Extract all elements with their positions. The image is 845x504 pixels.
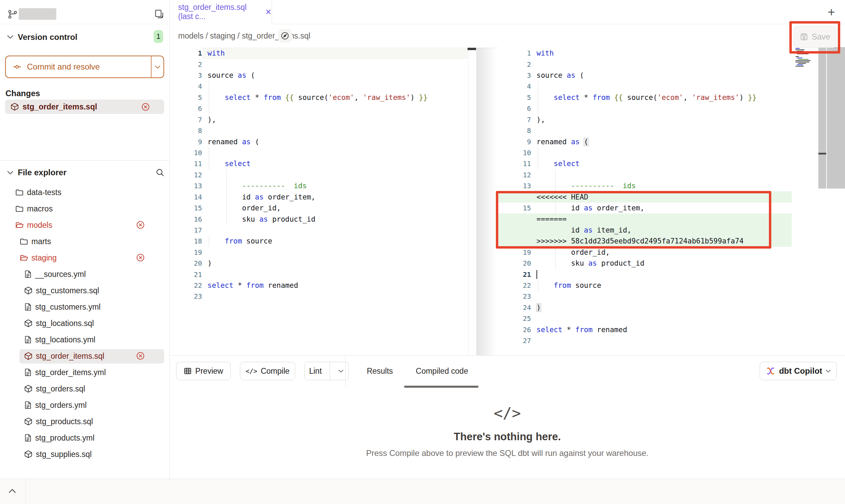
tree-item-stg-customers-yml[interactable]: stg_customers.yml [24, 299, 101, 314]
code-line[interactable]: 27 [498, 335, 845, 346]
tree-item-stg-locations-yml[interactable]: stg_locations.yml [24, 332, 95, 347]
tab-results[interactable]: Results [363, 362, 397, 380]
code-line[interactable]: 13 ---------- ids [170, 180, 477, 191]
code-line[interactable]: 3source as ( [498, 70, 845, 81]
file-explorer-title[interactable]: File explorer [18, 168, 67, 177]
code-line[interactable]: 4 [170, 81, 477, 92]
copy-files-icon[interactable] [154, 9, 164, 19]
chevron-down-icon[interactable] [7, 35, 14, 39]
code-line[interactable]: 1with [170, 48, 477, 59]
status-bar: dbt build --select <model_name> ✓ Defer … [0, 479, 845, 504]
code-line[interactable]: 21 [498, 269, 845, 280]
tree-item-label: __sources.yml [35, 270, 86, 279]
tree-item-models[interactable]: models [15, 218, 52, 233]
tree-item-stg-order-items-yml[interactable]: stg_order_items.yml [24, 365, 106, 380]
code-line[interactable]: 2 [498, 59, 845, 70]
tab-close-icon[interactable]: ✕ [265, 8, 272, 17]
code-line[interactable]: 2 [170, 59, 477, 70]
lint-button[interactable]: Lint [304, 362, 349, 380]
discard-change-icon[interactable] [141, 102, 150, 112]
left-pane-scrollbar-thumb[interactable] [468, 48, 476, 50]
code-editor-original[interactable]: 1with23source as (45 select * from {{ so… [170, 48, 477, 355]
tree-item-label: stg_customers.yml [35, 302, 101, 312]
code-line[interactable]: 11 select [498, 158, 845, 169]
code-line[interactable]: 9renamed as ( [498, 136, 845, 147]
code-line[interactable]: 10 [498, 147, 845, 158]
code-line[interactable]: 8 [498, 125, 845, 136]
code-line[interactable]: 21 [170, 269, 477, 280]
file-icon [24, 270, 32, 279]
code-line[interactable]: 14 id as order_item, [170, 191, 477, 202]
tree-item-stg-locations-sql[interactable]: stg_locations.sql [24, 316, 94, 331]
collapse-chevron-up-icon[interactable] [8, 489, 16, 493]
changed-file-item[interactable]: stg_order_items.sql [5, 100, 164, 114]
code-line[interactable]: 15 order_id, [170, 203, 477, 213]
code-line[interactable]: 22select * from renamed [170, 280, 477, 291]
code-line[interactable]: 19 [170, 247, 477, 258]
lint-dropdown-chevron-icon[interactable] [333, 369, 348, 373]
editor-scrollbar[interactable] [818, 47, 826, 189]
code-line[interactable]: 12 [498, 169, 845, 180]
code-line[interactable]: 5 select * from {{ source('ecom', 'raw_i… [498, 92, 845, 103]
code-line[interactable]: 23 [170, 291, 477, 302]
code-line[interactable]: 26select * from renamed [498, 324, 845, 335]
search-icon[interactable] [155, 168, 165, 177]
code-line[interactable]: 20 sku as product_id [498, 258, 845, 269]
commit-and-resolve-button[interactable]: Commit and resolve [5, 56, 164, 78]
code-line[interactable]: 6 [498, 103, 845, 114]
compile-button[interactable]: </> Compile [240, 362, 295, 380]
code-line[interactable]: 4 [498, 81, 845, 92]
tree-item-stg-orders-sql[interactable]: stg_orders.sql [24, 381, 85, 396]
tree-item-staging[interactable]: staging [19, 250, 57, 265]
tree-item-stg-supplies-sql[interactable]: stg_supplies.sql [24, 447, 92, 462]
chevron-down-icon[interactable] [7, 171, 14, 175]
code-line[interactable]: 20) [170, 258, 477, 269]
code-line[interactable]: 17 [170, 225, 477, 236]
tree-item-label: stg_order_items.yml [35, 368, 106, 377]
code-line[interactable]: 8 [170, 125, 477, 136]
tree-item-stg-order-items-sql[interactable]: stg_order_items.sql [24, 349, 104, 364]
code-line[interactable]: 23 [498, 291, 845, 302]
discard-change-icon[interactable] [136, 351, 145, 360]
code-line[interactable]: 11 select [170, 158, 477, 169]
code-line[interactable]: 7), [170, 114, 477, 125]
tree-item--sources-yml[interactable]: __sources.yml [24, 267, 86, 282]
editor-tab-active[interactable]: stg_order_items.sql (last c... ✕ [170, 0, 272, 24]
code-line[interactable]: 16 sku as product_id [170, 213, 477, 224]
code-line[interactable]: 5 select * from {{ source('ecom', 'raw_i… [170, 92, 477, 103]
lint-split-divider [330, 362, 330, 380]
tree-item-marts[interactable]: marts [19, 234, 51, 249]
new-tab-button[interactable]: + [824, 5, 839, 20]
tree-item-label: stg_locations.sql [36, 319, 94, 328]
code-line[interactable]: 7), [498, 114, 845, 125]
lineage-button[interactable] [278, 29, 292, 43]
discard-change-icon[interactable] [136, 253, 145, 262]
code-line[interactable]: 24) [498, 302, 845, 313]
tree-item-stg-customers-sql[interactable]: stg_customers.sql [24, 283, 99, 298]
tree-item-stg-products-yml[interactable]: stg_products.yml [24, 430, 95, 445]
tree-item-label: models [27, 221, 52, 230]
tree-item-data-tests[interactable]: data-tests [15, 185, 61, 200]
tree-item-label: stg_orders.yml [35, 401, 87, 410]
code-line[interactable]: 10 [170, 147, 477, 158]
version-control-title[interactable]: Version control [18, 32, 77, 42]
code-line[interactable]: 6 [170, 103, 477, 114]
code-line[interactable]: 25 [498, 313, 845, 324]
tree-item-macros[interactable]: macros [15, 201, 53, 216]
code-line[interactable]: 18 from source [170, 236, 477, 247]
tab-compiled-code[interactable]: Compiled code [406, 362, 478, 380]
code-line[interactable]: 22 from source [498, 280, 845, 291]
dbt-copilot-button[interactable]: dbt Copilot [760, 362, 837, 380]
tree-item-stg-orders-yml[interactable]: stg_orders.yml [24, 398, 87, 413]
preview-button[interactable]: Preview [176, 362, 231, 380]
git-branch-icon [8, 9, 18, 19]
commit-dropdown-chevron-icon[interactable] [155, 65, 161, 69]
tree-item-stg-products-sql[interactable]: stg_products.sql [24, 414, 93, 429]
table-icon [184, 367, 192, 375]
discard-change-icon[interactable] [136, 220, 145, 229]
code-line[interactable]: 13 ---------- ids [498, 180, 845, 191]
code-line[interactable]: 3source as ( [170, 70, 477, 81]
code-line[interactable]: 9renamed as ( [170, 136, 477, 147]
code-line[interactable]: 12 [170, 169, 477, 180]
file-icon [24, 302, 32, 311]
